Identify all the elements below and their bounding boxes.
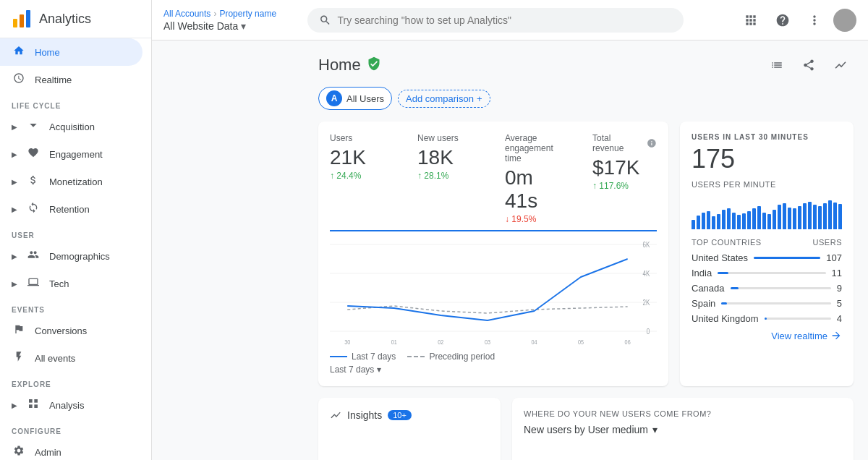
property-selector[interactable]: All Website Data ▾ (163, 20, 276, 32)
all-users-pill[interactable]: A All Users (318, 87, 392, 110)
country-users-canada: 9 (837, 283, 842, 294)
view-realtime-link[interactable]: View realtime (692, 330, 842, 341)
users-per-minute-chart (692, 195, 842, 229)
user-badge: A (326, 90, 342, 106)
more-vert-icon-btn[interactable] (801, 7, 827, 33)
sidebar-item-engagement[interactable]: ▶ Engagement (0, 140, 151, 168)
app-name: Analytics (39, 12, 91, 27)
sidebar-item-demographics[interactable]: ▶ Demographics (0, 242, 151, 270)
page-title-text: Home (318, 56, 361, 74)
mini-bar-item (818, 206, 822, 229)
search-bar[interactable] (307, 8, 684, 33)
country-row-us[interactable]: United States 107 (692, 252, 842, 263)
apps-icon-btn[interactable] (738, 7, 764, 33)
mini-bar-item (702, 213, 705, 229)
metrics-row: Users 21K 24.4% New users 18K (330, 133, 657, 231)
chevron-right-icon-dem: ▶ (12, 252, 17, 260)
sidebar-item-tech[interactable]: ▶ Tech (0, 270, 151, 297)
main-content: Home A All Users Add comparison + (304, 41, 868, 460)
conversions-icon (12, 323, 26, 338)
realtime-icon (12, 72, 26, 87)
dropdown-icon: ▾ (241, 20, 246, 32)
breadcrumb-property-name[interactable]: Property name (219, 9, 276, 19)
country-row-canada[interactable]: Canada 9 (692, 283, 842, 294)
svg-text:Sep: Sep (343, 344, 352, 346)
metric-revenue-label: Total revenue (592, 133, 657, 153)
dropdown-caret-icon: ▾ (652, 424, 658, 435)
page-title-area: Home (318, 56, 381, 74)
legend-solid-label: Last 7 days (352, 352, 396, 362)
realtime-value: 175 (692, 144, 842, 174)
sidebar-item-home[interactable]: Home (0, 38, 142, 66)
metric-engagement-change: 19.5% (505, 214, 569, 224)
avatar[interactable] (833, 9, 856, 32)
svg-rect-0 (13, 19, 17, 27)
users-column-label: USERS (813, 238, 842, 247)
line-chart: 6K 4K 2K 0 30 Sep 01 Oct 02 03 04 (330, 237, 657, 346)
svg-text:6K: 6K (642, 241, 650, 249)
metric-users-label: Users (330, 133, 394, 143)
top-countries-label: TOP COUNTRIES (692, 238, 762, 247)
sidebar-item-realtime-label: Realtime (35, 74, 72, 85)
metric-new-users-change: 28.1% (417, 171, 482, 181)
mini-bar-item (833, 203, 837, 229)
new-users-dropdown[interactable]: New users by User medium ▾ (524, 424, 842, 435)
svg-text:0: 0 (647, 328, 650, 336)
mini-bar-item (793, 208, 796, 229)
cards-row: Users 21K 24.4% New users 18K (318, 122, 854, 386)
countries-header: TOP COUNTRIES USERS (692, 238, 842, 247)
sidebar-item-conversions[interactable]: Conversions (0, 317, 142, 344)
country-bar-spain (721, 302, 727, 304)
mini-bar-item (788, 208, 791, 229)
sidebar-item-retention[interactable]: ▶ Retention (0, 195, 151, 223)
insights-label: Insights (347, 409, 382, 421)
country-row-uk[interactable]: United Kingdom 4 (692, 313, 842, 324)
metric-engagement-value: 0m 41s (505, 166, 569, 213)
chart-legend: Last 7 days Preceding period (330, 352, 657, 362)
share-btn[interactable] (796, 52, 822, 78)
search-input[interactable] (337, 14, 672, 26)
country-row-india[interactable]: India 11 (692, 268, 842, 278)
mini-bar-item (692, 220, 695, 229)
metric-users[interactable]: Users 21K 24.4% (330, 133, 394, 224)
metric-new-users[interactable]: New users 18K 28.1% (417, 133, 482, 224)
new-users-source-card: WHERE DO YOUR NEW USERS COME FROM? New u… (512, 398, 854, 460)
metric-revenue[interactable]: Total revenue $17K 117.6% (592, 133, 657, 224)
chevron-right-icon-eng: ▶ (12, 150, 17, 158)
customize-report-btn[interactable] (764, 52, 790, 78)
sidebar-item-all-events-label: All events (35, 353, 75, 364)
mini-bar-item (783, 203, 786, 229)
country-name-spain: Spain (692, 298, 715, 309)
chevron-right-icon: ▶ (12, 123, 17, 131)
help-icon-btn[interactable] (770, 7, 796, 33)
view-realtime-label: View realtime (771, 331, 827, 341)
realtime-label: USERS IN LAST 30 MINUTES (692, 133, 842, 141)
insights-badge: 10+ (388, 410, 412, 420)
svg-rect-6 (34, 404, 38, 408)
sidebar-item-monetization-label: Monetization (49, 176, 103, 187)
sidebar-item-analysis[interactable]: ▶ Analysis (0, 391, 151, 419)
metric-engagement[interactable]: Average engagement time 0m 41s 19.5% (505, 133, 569, 224)
country-row-spain[interactable]: Spain 5 (692, 298, 842, 309)
filter-bar: A All Users Add comparison + (318, 87, 854, 110)
mini-bar-item (747, 211, 751, 229)
per-minute-label: USERS PER MINUTE (692, 180, 842, 189)
main-analytics-card: Users 21K 24.4% New users 18K (318, 122, 668, 386)
sidebar-item-admin[interactable]: Admin (0, 438, 142, 460)
svg-text:03: 03 (485, 338, 490, 346)
sidebar-item-acquisition[interactable]: ▶ Acquisition (0, 113, 151, 140)
info-icon (647, 138, 657, 148)
breadcrumb-all-accounts[interactable]: All Accounts (163, 9, 210, 19)
add-comparison-btn[interactable]: Add comparison + (398, 90, 490, 108)
sidebar-item-realtime[interactable]: Realtime (0, 66, 142, 93)
sidebar-item-all-events[interactable]: All events (0, 344, 142, 372)
sidebar-item-monetization[interactable]: ▶ Monetization (0, 168, 151, 195)
breadcrumb-separator: › (213, 9, 216, 19)
country-bar-us (754, 257, 820, 259)
date-range-selector[interactable]: Last 7 days ▾ (330, 365, 657, 375)
countries-section: TOP COUNTRIES USERS United States 107 In… (692, 238, 842, 324)
sidebar-item-demographics-label: Demographics (49, 251, 110, 262)
events-icon (12, 351, 26, 365)
insights-btn[interactable] (827, 52, 854, 78)
new-users-dropdown-label: New users by User medium (524, 424, 648, 435)
